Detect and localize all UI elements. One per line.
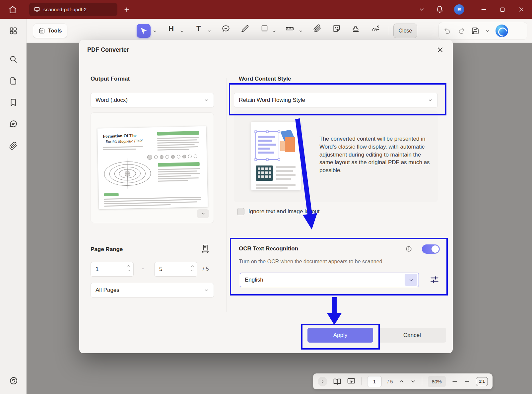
tab-title: scanned-pdf-updf-2 (43, 7, 87, 12)
comment-tool-icon[interactable] (222, 24, 230, 33)
notifications-bell-icon[interactable] (436, 6, 443, 13)
pages-icon[interactable] (9, 77, 18, 85)
chevron-down-icon[interactable] (405, 274, 417, 286)
redo-icon[interactable] (457, 27, 465, 35)
apply-button[interactable]: Apply (307, 328, 373, 343)
zoom-out-icon[interactable] (451, 378, 458, 385)
range-dash: - (142, 265, 144, 272)
word-style-value: Retain Word Flowing Style (239, 97, 305, 103)
left-sidebar (0, 19, 27, 394)
range-from-input[interactable] (91, 262, 119, 276)
ocr-settings-sliders-icon[interactable] (430, 275, 439, 285)
zoom-in-icon[interactable] (464, 378, 470, 385)
text-tool-chevron-icon[interactable] (207, 29, 212, 33)
word-style-dropdown[interactable]: Retain Word Flowing Style (234, 93, 438, 107)
app-brand-icon[interactable] (9, 376, 18, 385)
shape-tool-icon[interactable] (260, 24, 269, 33)
page-number-field[interactable] (367, 376, 382, 387)
undo-icon[interactable] (443, 27, 451, 35)
page-range-mode-dropdown[interactable]: All Pages (91, 283, 214, 297)
tools-label: Tools (48, 28, 62, 34)
range-to-input[interactable] (155, 262, 183, 276)
minimize-button[interactable] (480, 6, 487, 13)
attachments-icon[interactable] (9, 142, 18, 150)
select-tool-chevron-icon[interactable] (153, 29, 157, 33)
cancel-button[interactable]: Cancel (378, 328, 446, 343)
toolbar-right-group (438, 22, 527, 40)
close-window-button[interactable] (518, 6, 525, 13)
updf-ai-logo[interactable] (496, 25, 508, 37)
dialog-close-icon[interactable] (436, 46, 444, 54)
close-mode-label: Close (399, 28, 412, 34)
sticker-tool-icon[interactable] (332, 24, 341, 33)
tools-button[interactable]: Tools (33, 24, 67, 38)
document-tab[interactable]: scanned-pdf-updf-2 (29, 3, 117, 16)
tab-list-chevron-icon[interactable] (419, 6, 425, 13)
chevron-down-icon (204, 98, 209, 103)
shape-tool-chevron-icon[interactable] (272, 29, 276, 33)
page-range-label: Page Range (91, 246, 123, 253)
apply-label: Apply (333, 332, 348, 339)
close-mode-button[interactable]: Close (393, 24, 417, 38)
stepper-up-icon[interactable] (190, 264, 194, 268)
output-format-value: Word (.docx) (96, 97, 128, 103)
pen-tool-icon[interactable] (241, 24, 249, 33)
comments-icon[interactable] (9, 120, 18, 128)
user-avatar[interactable]: R (454, 4, 464, 15)
search-icon[interactable] (9, 55, 18, 63)
maximize-button[interactable] (499, 6, 506, 13)
word-style-preview-panel: The converted content will be presented … (234, 110, 438, 202)
ignore-layout-checkbox[interactable] (237, 208, 244, 215)
page-number-input[interactable] (367, 376, 381, 387)
tab-monitor-icon (34, 6, 40, 13)
bookmarks-icon[interactable] (9, 98, 18, 107)
cancel-label: Cancel (403, 332, 421, 339)
home-icon[interactable] (8, 5, 17, 14)
header-tool-icon[interactable]: H (168, 24, 174, 33)
zoom-level-button[interactable]: 80% (428, 376, 446, 387)
ocr-label: OCR Text Recognition (239, 245, 298, 252)
range-from-field[interactable] (91, 262, 134, 277)
reading-mode-icon[interactable] (333, 377, 341, 386)
toolbar-divider (389, 27, 389, 35)
info-icon[interactable] (405, 245, 412, 252)
stamp-tool-icon[interactable] (352, 24, 360, 33)
ocr-language-dropdown[interactable]: English (240, 273, 419, 287)
preview-page-thumbnail: Formation Of The Earth's Magnetic Field (97, 126, 208, 209)
output-format-dropdown[interactable]: Word (.docx) (91, 93, 214, 107)
signature-tool-icon[interactable] (371, 24, 381, 33)
select-tool-button[interactable] (137, 24, 151, 38)
save-chevron-icon[interactable] (485, 29, 490, 33)
attach-tool-icon[interactable] (313, 24, 321, 33)
actual-size-button[interactable]: 1:1 (476, 377, 488, 386)
new-tab-button[interactable] (123, 6, 130, 13)
previous-page-chevron-icon[interactable] (399, 378, 405, 384)
next-page-chevron-icon[interactable] (410, 378, 416, 384)
main-toolbar: Tools H T Close (27, 19, 532, 43)
measure-tool-icon[interactable] (285, 24, 294, 33)
ocr-language-value: English (245, 277, 263, 283)
preview-expand-button[interactable] (197, 209, 209, 218)
word-content-style-label: Word Content Style (239, 76, 291, 82)
page-total-label: / 5 (387, 379, 393, 384)
text-tool-icon[interactable]: T (196, 24, 201, 33)
thumbnails-grid-icon[interactable] (9, 27, 18, 35)
stepper-up-icon[interactable] (127, 264, 131, 268)
stepper-down-icon[interactable] (190, 269, 194, 273)
actual-size-label: 1:1 (479, 379, 485, 384)
page-range-icon[interactable] (201, 244, 210, 253)
range-to-field[interactable] (154, 262, 197, 277)
presentation-mode-icon[interactable] (347, 377, 356, 386)
save-icon[interactable] (471, 27, 479, 35)
word-style-description: The converted content will be presented … (319, 135, 434, 174)
chevron-down-icon (204, 288, 209, 293)
measure-tool-chevron-icon[interactable] (299, 29, 303, 33)
output-format-label: Output Format (91, 76, 130, 82)
ocr-toggle[interactable] (422, 244, 440, 254)
header-tool-chevron-icon[interactable] (180, 29, 184, 33)
stepper-down-icon[interactable] (127, 269, 131, 273)
ignore-layout-label: Ignore text and image layout (248, 208, 320, 215)
statusbar-divider (361, 377, 362, 385)
titlebar: scanned-pdf-updf-2 R (0, 0, 532, 19)
expand-statusbar-button[interactable] (318, 377, 327, 386)
